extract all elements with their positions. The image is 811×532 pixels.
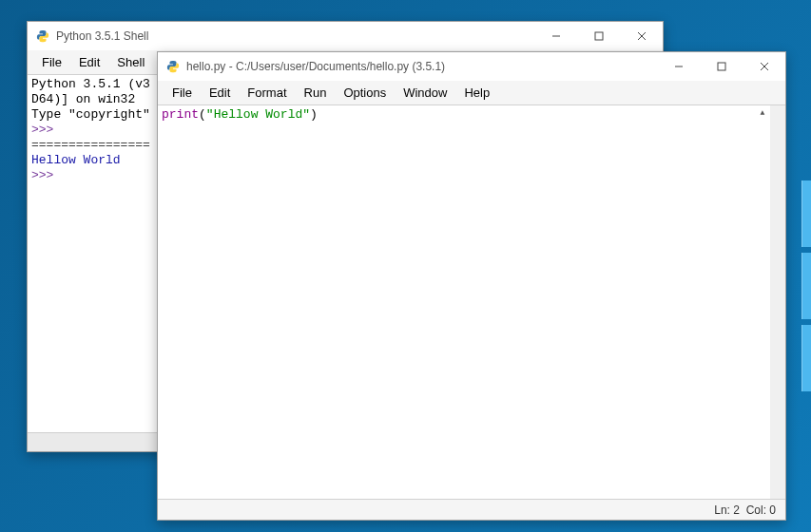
shell-menu-file[interactable]: File <box>33 52 70 72</box>
shell-prompt: >>> <box>31 168 61 182</box>
shell-menu-edit[interactable]: Edit <box>70 52 108 72</box>
desktop-tile <box>801 325 811 391</box>
editor-menu-options[interactable]: Options <box>335 83 395 103</box>
editor-window[interactable]: hello.py - C:/Users/user/Documents/hello… <box>157 51 786 521</box>
desktop-tile <box>801 253 811 319</box>
code-paren: ) <box>310 107 318 122</box>
editor-menu-format[interactable]: Format <box>239 83 295 103</box>
shell-line: Type "copyright" <box>31 107 150 122</box>
close-button[interactable] <box>743 52 785 81</box>
scroll-up-icon[interactable]: ▲ <box>757 107 768 119</box>
editor-menu-window[interactable]: Window <box>395 83 455 103</box>
editor-statusbar: Ln: 2 Col: 0 <box>158 499 785 520</box>
status-col-label: Col: <box>746 504 766 517</box>
maximize-button[interactable] <box>700 52 743 81</box>
editor-menu-edit[interactable]: Edit <box>201 83 239 103</box>
maximize-button[interactable] <box>577 22 620 50</box>
editor-title: hello.py - C:/Users/user/Documents/hello… <box>186 60 657 73</box>
code-string: "Hellow World" <box>206 107 310 122</box>
python-icon <box>35 28 50 44</box>
code-paren: ( <box>199 107 206 122</box>
svg-rect-5 <box>718 63 725 70</box>
minimize-button[interactable] <box>534 22 577 50</box>
shell-output: Hellow World <box>31 153 121 167</box>
shell-menu-shell[interactable]: Shell <box>108 52 153 72</box>
status-ln-label: Ln: <box>714 504 730 517</box>
shell-line: Python 3.5.1 (v3 <box>31 77 150 91</box>
editor-menu-help[interactable]: Help <box>455 83 498 103</box>
shell-prompt: >>> <box>31 123 61 137</box>
editor-menu-run[interactable]: Run <box>296 83 336 103</box>
close-button[interactable] <box>620 22 663 50</box>
svg-rect-1 <box>595 32 603 40</box>
python-icon <box>165 59 181 74</box>
shell-restart-line: ================ <box>31 138 150 152</box>
code-builtin: print <box>162 107 199 122</box>
minimize-button[interactable] <box>657 52 700 81</box>
editor-content[interactable]: print("Hellow World") ▲ <box>158 105 785 499</box>
shell-titlebar[interactable]: Python 3.5.1 Shell <box>28 22 663 50</box>
shell-line: D64)] on win32 <box>31 92 135 106</box>
status-col-value: 0 <box>769 504 776 517</box>
desktop-tile <box>801 180 811 247</box>
shell-title: Python 3.5.1 Shell <box>56 29 534 43</box>
editor-titlebar[interactable]: hello.py - C:/Users/user/Documents/hello… <box>158 52 785 81</box>
status-ln-value: 2 <box>733 504 740 517</box>
editor-menubar: File Edit Format Run Options Window Help <box>158 81 785 105</box>
editor-menu-file[interactable]: File <box>164 83 201 103</box>
